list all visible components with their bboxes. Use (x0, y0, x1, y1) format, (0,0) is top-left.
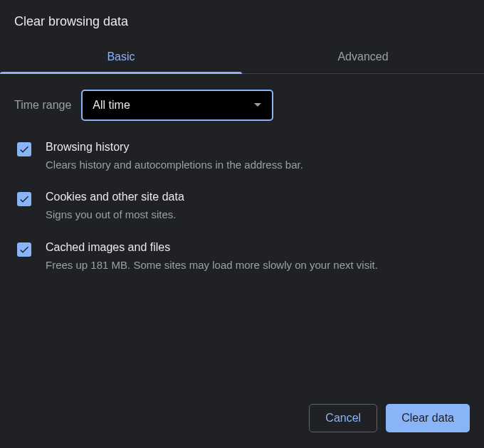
option-cookies: Cookies and other site data Signs you ou… (14, 191, 470, 222)
dialog-content: Time range All time Browsing history Cle… (0, 74, 484, 393)
option-cache: Cached images and files Frees up 181 MB.… (14, 241, 470, 272)
checkbox-cookies[interactable] (17, 192, 31, 206)
checkbox-cache[interactable] (17, 242, 31, 257)
option-desc: Frees up 181 MB. Some sites may load mor… (46, 258, 378, 272)
clear-browsing-data-dialog: Clear browsing data Basic Advanced Time … (0, 0, 484, 448)
option-text: Cookies and other site data Signs you ou… (46, 191, 184, 222)
time-range-select[interactable]: All time (81, 90, 273, 121)
dialog-title: Clear browsing data (0, 0, 484, 42)
chevron-down-icon (253, 100, 262, 110)
active-tab-indicator (0, 72, 242, 74)
option-title: Browsing history (46, 141, 303, 154)
time-range-row: Time range All time (14, 90, 470, 121)
check-icon (19, 193, 30, 205)
dialog-footer: Cancel Clear data (0, 393, 484, 448)
option-text: Browsing history Clears history and auto… (46, 141, 303, 172)
option-title: Cookies and other site data (46, 191, 184, 203)
tabs-container: Basic Advanced (0, 42, 484, 74)
cancel-button-label: Cancel (325, 412, 361, 425)
tab-basic-label: Basic (107, 50, 135, 63)
time-range-value: All time (93, 99, 253, 112)
tab-basic[interactable]: Basic (0, 42, 242, 73)
option-desc: Signs you out of most sites. (46, 208, 184, 222)
time-range-label: Time range (14, 99, 71, 112)
option-text: Cached images and files Frees up 181 MB.… (46, 241, 378, 272)
tab-advanced[interactable]: Advanced (242, 42, 484, 73)
check-icon (19, 244, 30, 255)
option-desc: Clears history and autocompletions in th… (46, 158, 303, 172)
cancel-button[interactable]: Cancel (309, 404, 377, 432)
option-title: Cached images and files (46, 241, 378, 254)
clear-data-button-label: Clear data (401, 412, 454, 425)
check-icon (19, 144, 30, 155)
option-browsing-history: Browsing history Clears history and auto… (14, 141, 470, 172)
clear-data-button[interactable]: Clear data (386, 404, 470, 432)
checkbox-browsing-history[interactable] (17, 142, 31, 156)
tab-advanced-label: Advanced (337, 50, 388, 63)
